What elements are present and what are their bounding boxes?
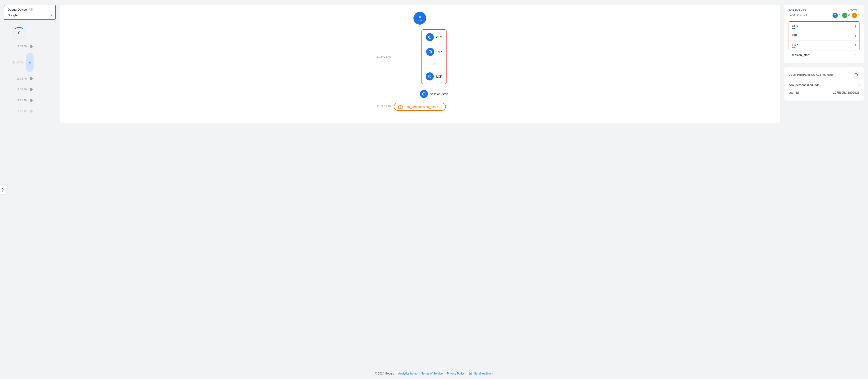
user-properties-panel: USER PROPERTIES ACTIVE NOW non_personali… <box>784 67 864 100</box>
timestamp-label-1: 11:24:21 AM <box>368 55 392 58</box>
event-underline-lcp <box>792 47 796 48</box>
footer-feedback-link[interactable]: Send feedback <box>474 372 493 375</box>
user-prop-row-2: user_id 1275305...3802935 <box>788 89 860 96</box>
badge-orange-count: 0 <box>858 14 860 17</box>
footer-sep-2: | <box>419 372 420 375</box>
timeline-line-3 <box>31 83 31 85</box>
timeline-top-circle: 0 <box>13 27 25 39</box>
gap-label: 8s <box>433 61 436 67</box>
event-group-box: CLS INP 8s <box>422 29 446 84</box>
cls-label: CLS <box>436 35 442 39</box>
debug-device-selected-value: Google <box>7 13 18 17</box>
event-row-cls-left: CLS <box>792 24 798 29</box>
timeline-line-4 <box>31 94 31 96</box>
debug-device-panel: Debug Device 1 Google ▾ <box>4 5 56 20</box>
svg-rect-4 <box>399 106 402 109</box>
timeline-label-1125: 11:25 AM <box>13 45 27 48</box>
event-name-session: session_start <box>792 53 810 57</box>
footer-link-analytics[interactable]: Analytics home <box>398 372 417 375</box>
timeline-label-1122: 11:22 AM <box>13 88 27 91</box>
event-item-inp: INP <box>426 48 442 56</box>
event-row-cls: CLS 1 <box>789 22 859 31</box>
event-row-session-left: session_start <box>792 53 810 57</box>
event-row-inp-left: INP <box>792 34 797 38</box>
prop-name-1: non_personalized_ads <box>788 83 819 87</box>
footer-sep-3: | <box>444 372 445 375</box>
event-name-inp: INP <box>792 34 797 37</box>
event-item-lcp: LCP <box>426 72 442 81</box>
timeline-dot-1121 <box>30 99 33 102</box>
timeline-row-1124: 11:24 AM 4 <box>4 53 34 72</box>
badge-blue-count: 4 <box>839 14 840 17</box>
inner-line-2 <box>434 58 434 59</box>
svg-rect-5 <box>400 107 401 108</box>
top-events-header: TOP EVENTS 4 TOTAL <box>788 9 860 12</box>
timeline-label-1121: 11:21 AM <box>13 99 27 102</box>
event-count-cls: 1 <box>855 25 856 28</box>
badge-green: 0 <box>842 13 850 18</box>
timeline-row-1123: 11:23 AM <box>4 74 34 83</box>
debug-device-label: Debug Device <box>7 8 27 11</box>
badge-orange-icon <box>852 13 857 18</box>
event-row-inp: INP 1 <box>789 31 859 41</box>
timeline-label-1124: 11:24 AM <box>9 61 24 64</box>
event-badges: 4 0 0 <box>833 13 860 18</box>
top-events-title: TOP EVENTS <box>788 9 806 12</box>
cls-icon <box>426 33 434 41</box>
timeline-dot-active-1124: 4 <box>26 53 34 72</box>
events-center-panel: 0 new 11:24:21 AM CLS <box>60 5 780 123</box>
prop-value-2: 1275305...3802935 <box>833 91 860 94</box>
inp-icon <box>426 48 434 56</box>
footer-link-privacy[interactable]: Privacy Policy <box>447 372 465 375</box>
timeline-label-1123: 11:23 AM <box>13 77 27 80</box>
timeline-line-5 <box>31 105 31 107</box>
inner-line-1 <box>434 43 434 46</box>
timeline-section: 0 11:25 AM 11:24 AM 4 11:23 AM <box>4 20 34 115</box>
connector-line-1 <box>420 25 420 29</box>
timeline-row-1122: 11:22 AM <box>4 85 34 94</box>
event-underline-cls <box>792 28 796 29</box>
badge-blue-icon <box>833 13 838 18</box>
timeline-row-1121: 11:21 AM <box>4 96 34 105</box>
event-row-session-start: session_start 1 <box>788 51 860 59</box>
top-events-highlighted-box: CLS 1 INP 1 LCP <box>788 21 860 50</box>
inner-line-3 <box>434 69 434 70</box>
event-count-inp: 1 <box>855 34 856 38</box>
history-icon-button[interactable] <box>853 71 860 78</box>
event-count-lcp: 1 <box>855 43 856 47</box>
debug-device-title: Debug Device 1 <box>7 7 52 11</box>
event-name-cls: CLS <box>792 24 798 28</box>
event-name-lcp: LCP <box>792 43 798 47</box>
non-personalized-pill[interactable]: non_personalized_ads = ... <box>394 103 446 111</box>
timeline-label-1120: 11:20 AM <box>13 110 27 113</box>
footer-copyright: © 2024 Google <box>375 372 394 375</box>
chevron-right-icon: ❯ <box>1 187 4 192</box>
lcp-icon <box>426 72 434 81</box>
badge-green-icon <box>842 13 847 18</box>
debug-device-badge: 1 <box>29 7 34 11</box>
timeline-line-2 <box>31 72 31 74</box>
chevron-down-icon: ▾ <box>50 13 52 17</box>
badge-blue: 4 <box>833 13 840 18</box>
session-start-label: session_start <box>430 92 448 96</box>
pill-icon <box>398 104 403 109</box>
debug-device-dropdown[interactable]: Google ▾ <box>7 13 52 17</box>
right-panels: TOP EVENTS 4 TOTAL LAST 30 MINS 4 <box>784 5 864 100</box>
top-events-subtitle: LAST 30 MINS <box>788 14 807 17</box>
timeline-dot-1120 <box>30 110 33 113</box>
event-top-node: 0 new <box>413 12 426 25</box>
badge-green-count: 0 <box>848 14 850 17</box>
footer-link-terms[interactable]: Terms of Service <box>422 372 442 375</box>
feedback-icon: 💬 <box>469 372 472 375</box>
prop-name-2: user_id <box>788 91 799 94</box>
event-count-session: 1 <box>855 53 857 57</box>
non-personalized-label: non_personalized_ads = ... <box>405 105 441 109</box>
event-row-lcp-left: LCP <box>792 43 798 48</box>
sidebar-toggle-button[interactable]: ❯ <box>0 185 6 194</box>
footer-sep-4: | <box>466 372 467 375</box>
timeline-line <box>31 51 31 53</box>
badge-orange: 0 <box>852 13 860 18</box>
top-events-subheader: LAST 30 MINS 4 0 <box>788 13 860 18</box>
session-start-row: session_start <box>366 88 474 98</box>
top-events-total: 4 TOTAL <box>848 9 860 12</box>
